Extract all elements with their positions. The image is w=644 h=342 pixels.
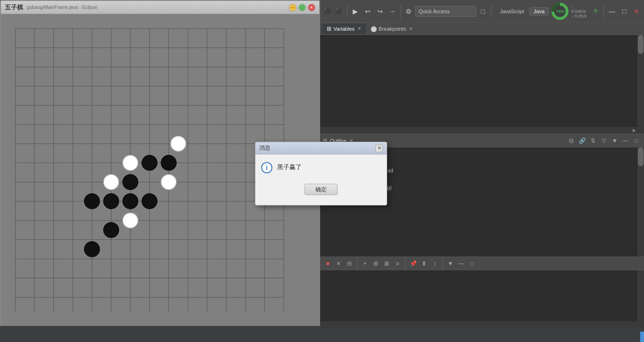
dialog-title: 消息 — [259, 144, 271, 152]
dialog-close-button[interactable]: ✕ — [375, 145, 383, 152]
dialog-titlebar: 消息 ✕ — [255, 142, 387, 154]
dialog-ok-button[interactable]: 确定 — [305, 184, 338, 195]
dialog-overlay: 消息 ✕ i 黑子赢了 确定 — [0, 0, 644, 342]
dialog-message: 黑子赢了 — [277, 162, 302, 171]
dialog-body: i 黑子赢了 — [255, 154, 387, 181]
dialog-info-icon: i — [261, 162, 272, 173]
message-dialog: 消息 ✕ i 黑子赢了 确定 — [255, 142, 387, 205]
dialog-footer: 确定 — [255, 181, 387, 198]
